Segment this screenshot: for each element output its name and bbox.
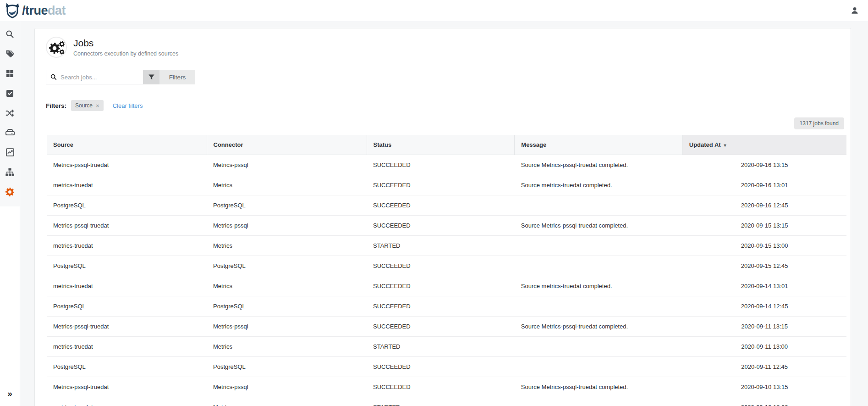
table-row: PostgreSQL PostgreSQL SUCCEEDED 2020-09-… — [47, 195, 846, 216]
clear-filters-link[interactable]: Clear filters — [113, 102, 143, 109]
table-row: PostgreSQL PostgreSQL SUCCEEDED 2020-09-… — [47, 357, 846, 377]
table-row: PostgreSQL PostgreSQL SUCCEEDED 2020-09-… — [47, 256, 846, 276]
cell-status: STARTED — [367, 397, 515, 406]
table-row: metrics-truedat Metrics STARTED 2020-09-… — [47, 236, 846, 256]
cell-status: STARTED — [367, 236, 515, 256]
table-row: metrics-truedat Metrics STARTED 2020-09-… — [47, 397, 846, 406]
cell-source: metrics-truedat — [47, 397, 207, 406]
table-row: Metrics-pssql-truedat Metrics-pssql SUCC… — [47, 216, 846, 236]
sort-desc-icon: ▾ — [724, 143, 726, 148]
cell-source: metrics-truedat — [47, 337, 207, 357]
cell-message: Source Metrics-pssql-truedat completed. — [515, 317, 682, 337]
jobs-table: Source Connector Status Message Updated … — [47, 135, 846, 406]
column-header-updated-at[interactable]: Updated At▾ — [682, 135, 846, 155]
sidebar-item-check-square[interactable] — [5, 88, 16, 99]
cell-message — [515, 236, 682, 256]
search-input[interactable] — [60, 74, 139, 81]
hdd-icon — [5, 128, 15, 138]
cell-connector: PostgreSQL — [207, 256, 367, 276]
cell-status: SUCCEEDED — [367, 216, 515, 236]
cell-updated-at: 2020-09-14 12:45 — [682, 296, 846, 317]
cell-message: Source Metrics-pssql-truedat completed. — [515, 216, 682, 236]
table-row: metrics-truedat Metrics STARTED 2020-09-… — [47, 337, 846, 357]
sidebar-item-tags[interactable] — [5, 48, 16, 59]
owl-logo-icon — [5, 3, 20, 18]
sidebar-item-sitemap[interactable] — [5, 167, 16, 178]
sidebar: » — [0, 21, 20, 406]
table-row: Metrics-pssql-truedat Metrics-pssql SUCC… — [47, 317, 846, 337]
table-row: PostgreSQL PostgreSQL SUCCEEDED 2020-09-… — [47, 296, 846, 317]
cell-connector: Metrics-pssql — [207, 155, 367, 175]
remove-chip-icon[interactable]: × — [96, 103, 99, 109]
sidebar-item-grid[interactable] — [5, 68, 16, 79]
search-row: Filters — [35, 70, 851, 84]
cell-connector: Metrics — [207, 236, 367, 256]
cell-connector: Metrics-pssql — [207, 377, 367, 397]
cell-connector: PostgreSQL — [207, 195, 367, 216]
sidebar-item-shuffle[interactable] — [5, 107, 16, 118]
cell-status: SUCCEEDED — [367, 195, 515, 216]
truedat-logo[interactable]: /truedat — [5, 3, 66, 18]
cell-connector: Metrics — [207, 337, 367, 357]
cell-updated-at: 2020-09-16 12:45 — [682, 195, 846, 216]
cell-message — [515, 195, 682, 216]
page-title: Jobs — [73, 38, 178, 49]
cell-updated-at: 2020-09-10 13:15 — [682, 377, 846, 397]
cell-message: Source metrics-truedat completed. — [515, 175, 682, 195]
cell-source: PostgreSQL — [47, 256, 207, 276]
sidebar-item-chart-line[interactable] — [5, 147, 16, 158]
shuffle-icon — [5, 108, 15, 118]
cell-updated-at: 2020-09-16 13:01 — [682, 175, 846, 195]
cell-source: Metrics-pssql-truedat — [47, 155, 207, 175]
cell-status: SUCCEEDED — [367, 256, 515, 276]
results-count-row: 1317 jobs found — [35, 117, 851, 129]
cell-connector: PostgreSQL — [207, 357, 367, 377]
column-header-source[interactable]: Source — [47, 135, 207, 155]
cell-source: Metrics-pssql-truedat — [47, 317, 207, 337]
cell-source: Metrics-pssql-truedat — [47, 377, 207, 397]
check-square-icon — [5, 89, 14, 98]
tags-icon — [5, 49, 15, 59]
table-row: Metrics-pssql-truedat Metrics-pssql SUCC… — [47, 155, 846, 175]
page-subtitle: Connectors execution by defined sources — [73, 50, 178, 57]
user-icon — [851, 6, 859, 15]
cell-updated-at: 2020-09-16 13:15 — [682, 155, 846, 175]
table-row: metrics-truedat Metrics SUCCEEDED Source… — [47, 276, 846, 296]
cell-status: SUCCEEDED — [367, 155, 515, 175]
main-content: Jobs Connectors execution by defined sou… — [20, 21, 868, 406]
cell-message — [515, 256, 682, 276]
cell-message — [515, 357, 682, 377]
filter-chip-source: Source × — [71, 100, 104, 111]
filter-chip-label: Source — [75, 102, 93, 109]
sidebar-item-search[interactable] — [5, 28, 16, 39]
column-header-connector[interactable]: Connector — [207, 135, 367, 155]
filters-label: Filters: — [46, 102, 66, 109]
cell-status: STARTED — [367, 337, 515, 357]
user-menu-button[interactable] — [849, 5, 861, 17]
sidebar-item-settings[interactable] — [5, 186, 16, 197]
cell-connector: PostgreSQL — [207, 296, 367, 317]
brand-secondary: dat — [48, 4, 66, 17]
chart-line-icon — [5, 148, 15, 157]
sidebar-item-hdd[interactable] — [5, 127, 16, 138]
search-box — [46, 70, 143, 84]
funnel-icon — [148, 74, 155, 80]
brand-text: /truedat — [22, 5, 66, 17]
table-row: metrics-truedat Metrics SUCCEEDED Source… — [47, 175, 846, 195]
gear-icon — [5, 187, 15, 197]
sitemap-icon — [5, 167, 15, 177]
cell-source: PostgreSQL — [47, 296, 207, 317]
column-header-message[interactable]: Message — [515, 135, 682, 155]
column-header-status[interactable]: Status — [367, 135, 515, 155]
cell-connector: Metrics — [207, 276, 367, 296]
filter-funnel-button[interactable] — [143, 70, 159, 84]
cell-status: SUCCEEDED — [367, 276, 515, 296]
cell-updated-at: 2020-09-10 13:00 — [682, 397, 846, 406]
cell-connector: Metrics-pssql — [207, 216, 367, 236]
sidebar-expand-button[interactable]: » — [0, 382, 20, 406]
cell-updated-at: 2020-09-14 13:01 — [682, 276, 846, 296]
cell-status: SUCCEEDED — [367, 317, 515, 337]
filters-button[interactable]: Filters — [159, 70, 195, 84]
cell-message — [515, 397, 682, 406]
cell-connector: Metrics-pssql — [207, 317, 367, 337]
